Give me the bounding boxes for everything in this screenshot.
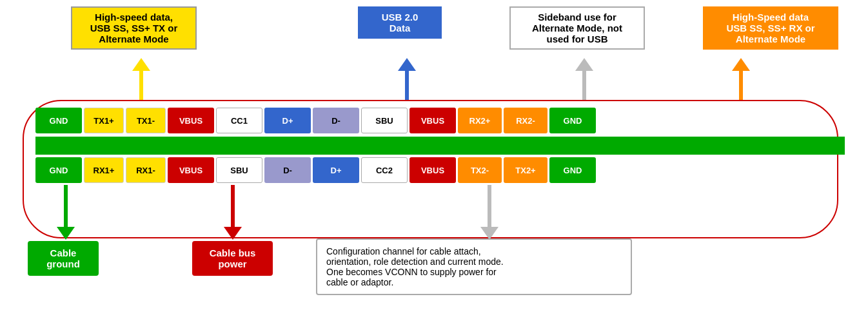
pin-dplus1: D+	[264, 108, 311, 133]
label-cable-bus-power: Cable buspower	[192, 241, 273, 276]
pin-gnd1: GND	[35, 108, 82, 133]
arrow-vbus-down	[224, 185, 242, 240]
pin-cc2: CC2	[361, 157, 408, 183]
pin-vbus3: VBUS	[168, 157, 214, 183]
pin-cc1: CC1	[216, 108, 262, 133]
pin-vbus4: VBUS	[409, 157, 456, 183]
pin-vbus2: VBUS	[409, 108, 456, 133]
pin-rx1minus: RX1-	[126, 157, 166, 183]
label-config-channel: Configuration channel for cable attach, …	[316, 238, 632, 295]
pin-tx1plus: TX1+	[84, 108, 124, 133]
pin-dplus2: D+	[313, 157, 359, 183]
pin-gnd3: GND	[35, 157, 82, 183]
pin-sbu1: SBU	[361, 108, 408, 133]
pin-rx2plus: RX2+	[458, 108, 502, 133]
pin-sbu2: SBU	[216, 157, 262, 183]
pin-vbus1: VBUS	[168, 108, 214, 133]
pin-dminus2: D-	[264, 157, 311, 183]
label-rx-highspeed: High-Speed dataUSB SS, SS+ RX orAlternat…	[703, 6, 838, 50]
pin-tx2plus: TX2+	[504, 157, 547, 183]
label-sideband: Sideband use forAlternate Mode, notused …	[509, 6, 645, 50]
pin-tx1minus: TX1-	[126, 108, 166, 133]
pin-rx2minus: RX2-	[504, 108, 547, 133]
label-usb20-data: USB 2.0Data	[358, 6, 442, 39]
pin-dminus1: D-	[313, 108, 359, 133]
arrow-cc-down	[480, 185, 498, 240]
pin-gnd2: GND	[549, 108, 596, 133]
pin-rx1plus: RX1+	[84, 157, 124, 183]
label-tx-highspeed: High-speed data,USB SS, SS+ TX orAlterna…	[71, 6, 197, 50]
label-cable-ground: Cableground	[28, 241, 99, 276]
pin-tx2minus: TX2-	[458, 157, 502, 183]
cable-middle-bar	[35, 137, 845, 155]
pin-row-1: GND TX1+ TX1- VBUS CC1 D+ D- SBU VBUS RX…	[35, 108, 596, 133]
pin-gnd4: GND	[549, 157, 596, 183]
usb-type-c-diagram: High-speed data,USB SS, SS+ TX orAlterna…	[0, 0, 868, 328]
pin-row-2: GND RX1+ RX1- VBUS SBU D- D+ CC2 VBUS TX…	[35, 157, 596, 183]
arrow-gnd-down	[57, 185, 75, 240]
